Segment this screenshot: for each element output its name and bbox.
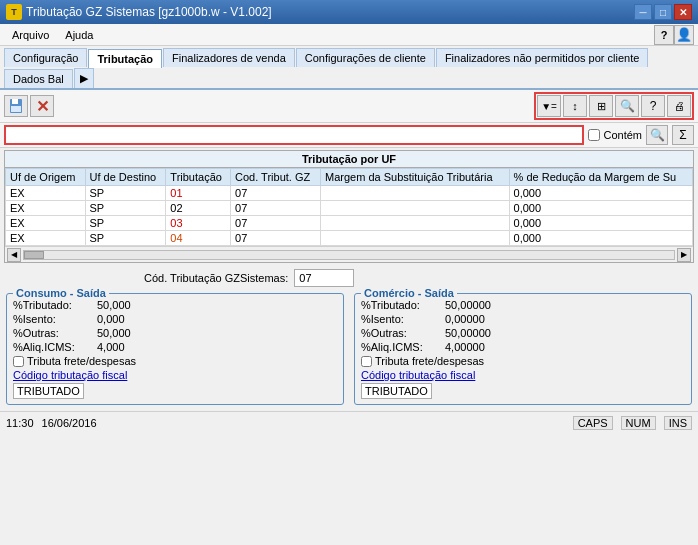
comercio-aliq-value: 4,00000 [445,341,485,353]
cell-uf-destino: SP [85,231,166,246]
help-button[interactable]: ? [654,25,674,45]
minimize-button[interactable]: ─ [634,4,652,20]
consumo-codigo-value: TRIBUTADO [13,383,84,399]
filter-button[interactable]: ▼= [537,95,561,117]
cell-uf-destino: SP [85,186,166,201]
detail-panels: Consumo - Saída %Tributado: 50,000 %Isen… [4,289,694,409]
help-tool-button[interactable]: ? [641,95,665,117]
tab-configuracoes-cliente[interactable]: Configurações de cliente [296,48,435,67]
tab-dados-bal[interactable]: Dados Bal [4,69,73,88]
print-button[interactable]: 🖨 [667,95,691,117]
table-scroll-area[interactable]: Uf de Origem Uf de Destino Tributação Co… [5,168,693,246]
comercio-tributado-value: 50,00000 [445,299,491,311]
table-row[interactable]: EX SP 01 07 0,000 [6,186,693,201]
consumo-codigo-row: Código tributação fiscal [13,368,337,382]
cod-tributacao-input[interactable] [294,269,354,287]
save-button[interactable] [4,95,28,117]
toolbar: ✕ ▼= ↕ ⊞ 🔍 ? 🖨 [0,90,698,123]
cell-uf-origem: EX [6,201,86,216]
cell-uf-destino: SP [85,201,166,216]
cell-tributacao: 01 [166,186,231,201]
config-button[interactable]: ⊞ [589,95,613,117]
tab-more-button[interactable]: ▶ [74,68,94,88]
menu-ajuda[interactable]: Ajuda [57,27,101,43]
cell-cod-tribut: 07 [231,186,321,201]
cell-uf-origem: EX [6,216,86,231]
table-row[interactable]: EX SP 02 07 0,000 [6,201,693,216]
comercio-tributa-checkbox[interactable] [361,356,372,367]
consumo-isento-value: 0,000 [97,313,125,325]
comercio-codigo-value-row: TRIBUTADO [361,382,685,400]
cell-tributacao: 02 [166,201,231,216]
cell-cod-tribut: 07 [231,231,321,246]
comercio-outras-value: 50,00000 [445,327,491,339]
comercio-tributa-row: Tributa frete/despesas [361,354,685,368]
consumo-codigo-value-row: TRIBUTADO [13,382,337,400]
tab-finalizadores-venda[interactable]: Finalizadores de venda [163,48,295,67]
comercio-codigo-link[interactable]: Código tributação fiscal [361,369,475,381]
sum-button[interactable]: Σ [672,125,694,145]
comercio-outras-label: %Outras: [361,327,441,339]
tab-tributacao[interactable]: Tributação [88,49,162,68]
col-tributacao: Tributação [166,169,231,186]
consumo-outras-label: %Outras: [13,327,93,339]
comercio-tributa-label: Tributa frete/despesas [375,355,484,367]
cod-tributacao-label: Cód. Tributação GZSistemas: [144,272,288,284]
cell-uf-origem: EX [6,231,86,246]
consumo-outras-value: 50,000 [97,327,131,339]
status-bar: 11:30 16/06/2016 CAPS NUM INS [0,411,698,433]
comercio-aliq-row: %Aliq.ICMS: 4,00000 [361,340,685,354]
scroll-track[interactable] [23,250,675,260]
comercio-outras-row: %Outras: 50,00000 [361,326,685,340]
maximize-button[interactable]: □ [654,4,672,20]
table-row[interactable]: EX SP 03 07 0,000 [6,216,693,231]
scroll-thumb[interactable] [24,251,44,259]
title-bar: T Tributação GZ Sistemas [gz1000b.w - V1… [0,0,698,24]
tab-finalizadores-nao-permitidos[interactable]: Finalizadores não permitidos por cliente [436,48,648,67]
cell-reducao: 0,000 [509,231,692,246]
contains-label: Contém [588,129,642,141]
delete-button[interactable]: ✕ [30,95,54,117]
search-button[interactable]: 🔍 [615,95,639,117]
scroll-left-btn[interactable]: ◀ [7,248,21,262]
cell-tributacao: 03 [166,216,231,231]
comercio-saida-title: Comércio - Saída [361,287,457,299]
col-margem: Margem da Substituição Tributária [320,169,509,186]
consumo-aliq-label: %Aliq.ICMS: [13,341,93,353]
table-title: Tributação por UF [5,151,693,168]
tabs-area: Configuração Tributação Finalizadores de… [0,46,698,90]
window-controls: ─ □ ✕ [634,4,692,20]
cell-uf-origem: EX [6,186,86,201]
table-row[interactable]: EX SP 04 07 0,000 [6,231,693,246]
cell-cod-tribut: 07 [231,201,321,216]
status-time: 11:30 [6,417,34,429]
consumo-codigo-link[interactable]: Código tributação fiscal [13,369,127,381]
comercio-tributado-row: %Tributado: 50,00000 [361,298,685,312]
close-button[interactable]: ✕ [674,4,692,20]
horizontal-scrollbar[interactable]: ◀ ▶ [5,246,693,262]
consumo-tributado-value: 50,000 [97,299,131,311]
contains-checkbox[interactable] [588,129,600,141]
consumo-saida-panel: Consumo - Saída %Tributado: 50,000 %Isen… [6,293,344,405]
consumo-isento-row: %Isento: 0,000 [13,312,337,326]
menu-bar: Arquivo Ajuda ? 👤 [0,24,698,46]
agent-button[interactable]: 👤 [674,25,694,45]
menu-arquivo[interactable]: Arquivo [4,27,57,43]
consumo-aliq-row: %Aliq.ICMS: 4,000 [13,340,337,354]
cell-tributacao: 04 [166,231,231,246]
search-action-btn[interactable]: 🔍 [646,125,668,145]
scroll-right-btn[interactable]: ▶ [677,248,691,262]
sort-button[interactable]: ↕ [563,95,587,117]
cell-margem [320,201,509,216]
consumo-tributa-row: Tributa frete/despesas [13,354,337,368]
comercio-isento-label: %Isento: [361,313,441,325]
tab-configuracao[interactable]: Configuração [4,48,87,67]
main-content: Tributação por UF Uf de Origem Uf de Des… [0,148,698,411]
consumo-tributa-checkbox[interactable] [13,356,24,367]
comercio-codigo-value: TRIBUTADO [361,383,432,399]
search-input[interactable] [4,125,584,145]
ins-badge: INS [664,416,692,430]
comercio-isento-value: 0,00000 [445,313,485,325]
comercio-saida-panel: Comércio - Saída %Tributado: 50,00000 %I… [354,293,692,405]
consumo-saida-title: Consumo - Saída [13,287,109,299]
